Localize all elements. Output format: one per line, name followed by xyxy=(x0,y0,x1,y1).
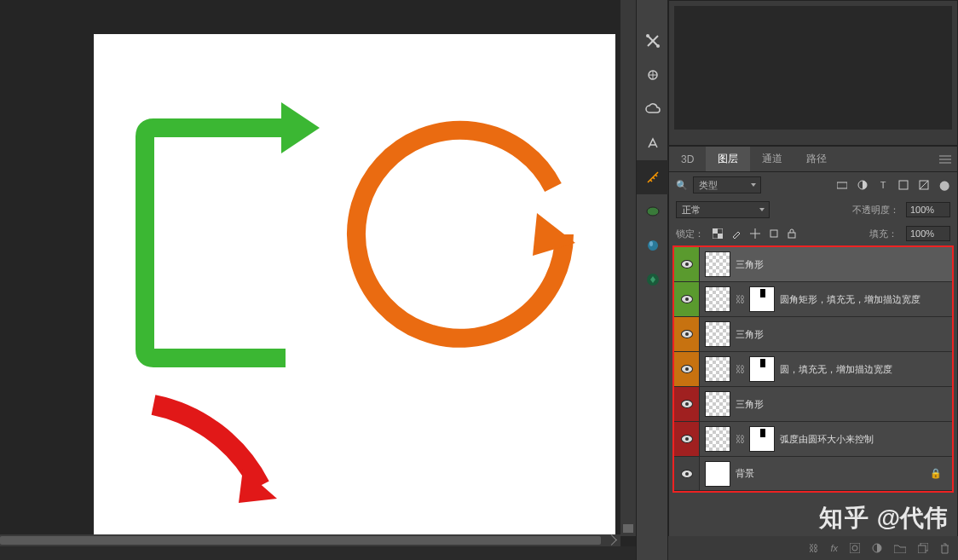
tab-layers[interactable]: 图层 xyxy=(706,147,750,171)
layers-footer: ⛓ fx xyxy=(668,536,958,560)
filter-smart-icon[interactable] xyxy=(918,179,930,191)
trash-icon[interactable] xyxy=(940,543,949,554)
layer-row[interactable]: ⛓ 圆，填充无，增加描边宽度 xyxy=(674,352,952,387)
layer-name[interactable]: 三角形 xyxy=(736,398,764,411)
lock-label: 锁定： xyxy=(676,228,704,240)
blend-row: 正常 不透明度： 100% xyxy=(669,198,957,222)
fill-input[interactable]: 100% xyxy=(906,226,950,241)
upper-panel xyxy=(668,0,958,146)
cloud-icon[interactable] xyxy=(637,92,669,126)
horizontal-scrollbar[interactable] xyxy=(0,534,620,546)
layer-thumbnail[interactable] xyxy=(705,426,730,452)
filter-shape-icon[interactable] xyxy=(897,179,909,191)
link-layers-icon[interactable]: ⛓ xyxy=(809,543,818,553)
svg-point-5 xyxy=(656,44,660,48)
tab-paths[interactable]: 路径 xyxy=(794,147,839,171)
lock-move-icon[interactable] xyxy=(750,228,760,239)
layer-name[interactable]: 三角形 xyxy=(736,258,764,271)
layer-thumbnail[interactable] xyxy=(705,461,730,487)
tab-channels[interactable]: 通道 xyxy=(750,147,794,171)
lock-artboard-icon[interactable] xyxy=(769,228,779,239)
layer-name[interactable]: 圆角矩形，填充无，增加描边宽度 xyxy=(780,293,920,306)
disc-icon[interactable] xyxy=(637,194,669,228)
fill-label: 填充： xyxy=(869,228,897,240)
visibility-toggle[interactable] xyxy=(674,422,700,456)
eye-icon xyxy=(681,400,693,408)
vertical-scrollbar[interactable] xyxy=(620,0,636,536)
mask-link-icon[interactable]: ⛓ xyxy=(736,433,744,445)
opacity-input[interactable]: 100% xyxy=(906,202,950,217)
document-area xyxy=(0,0,636,546)
layer-thumbnail[interactable] xyxy=(705,321,730,347)
layer-name[interactable]: 背景 xyxy=(736,467,754,480)
canvas[interactable] xyxy=(94,34,615,536)
lock-paint-icon[interactable] xyxy=(731,228,742,239)
mask-link-icon[interactable]: ⛓ xyxy=(736,293,744,305)
svg-rect-20 xyxy=(850,543,860,553)
new-layer-icon[interactable] xyxy=(918,543,928,553)
mask-thumbnail[interactable] xyxy=(749,286,775,312)
lock-transparent-icon[interactable] xyxy=(713,228,723,239)
visibility-toggle[interactable] xyxy=(674,317,700,351)
panel-menu-icon[interactable] xyxy=(933,147,957,171)
opacity-label: 不透明度： xyxy=(852,204,899,216)
layer-name[interactable]: 三角形 xyxy=(736,328,764,341)
mask-icon[interactable] xyxy=(850,543,860,553)
svg-marker-0 xyxy=(281,102,320,153)
layer-name[interactable]: 弧度由圆环大小来控制 xyxy=(780,433,874,446)
tab-3d[interactable]: 3D xyxy=(669,147,706,171)
visibility-toggle[interactable] xyxy=(674,282,700,316)
layer-row[interactable]: 背景 🔒 xyxy=(674,457,952,491)
layer-thumbnail[interactable] xyxy=(705,251,730,277)
visibility-toggle[interactable] xyxy=(674,387,700,421)
eye-icon xyxy=(681,365,693,373)
filter-text-icon[interactable]: T xyxy=(877,179,889,191)
svg-point-9 xyxy=(649,241,653,246)
filter-pixel-icon[interactable] xyxy=(836,179,848,191)
blend-mode-dropdown[interactable]: 正常 xyxy=(676,201,770,218)
svg-rect-19 xyxy=(788,233,795,238)
svg-rect-1 xyxy=(166,349,286,367)
group-icon[interactable] xyxy=(894,544,906,553)
tools-icon[interactable] xyxy=(637,24,669,58)
watermark-site: 知乎 xyxy=(819,502,870,534)
svg-point-8 xyxy=(648,240,658,251)
layers-panel: 3D 图层 通道 路径 🔍 类型 T ⬤ 正常 不透明度： 100% 锁定： xyxy=(668,146,958,560)
scrollbar-thumb[interactable] xyxy=(0,536,601,545)
svg-rect-11 xyxy=(837,182,847,188)
layer-row[interactable]: ⛓ 弧度由圆环大小来控制 xyxy=(674,422,952,457)
mask-link-icon[interactable]: ⛓ xyxy=(736,363,744,375)
visibility-toggle[interactable] xyxy=(674,247,700,281)
layer-row[interactable]: ⛓ 圆角矩形，填充无，增加描边宽度 xyxy=(674,282,952,317)
mask-thumbnail[interactable] xyxy=(749,426,775,452)
eye-icon xyxy=(681,295,693,303)
layers-list: 三角形 ⛓ 圆角矩形，填充无，增加描边宽度 三角形 ⛓ xyxy=(672,245,954,493)
sphere-icon[interactable] xyxy=(637,228,669,263)
canvas-viewport[interactable] xyxy=(0,0,620,536)
eye-icon xyxy=(681,330,693,338)
toolbar-right xyxy=(636,0,668,560)
puppet-icon[interactable] xyxy=(637,58,669,92)
type-icon[interactable] xyxy=(637,126,669,160)
layer-row[interactable]: 三角形 xyxy=(674,317,952,352)
layer-row[interactable]: 三角形 xyxy=(674,247,952,282)
badge-icon[interactable] xyxy=(637,263,669,297)
layer-row[interactable]: 三角形 xyxy=(674,387,952,422)
visibility-toggle[interactable] xyxy=(674,457,700,490)
layer-name[interactable]: 圆，填充无，增加描边宽度 xyxy=(780,363,892,376)
filter-adjust-icon[interactable] xyxy=(857,179,869,191)
layer-thumbnail[interactable] xyxy=(705,286,730,312)
layer-thumbnail[interactable] xyxy=(705,391,730,417)
mask-thumbnail[interactable] xyxy=(749,356,775,382)
ruler-icon[interactable] xyxy=(637,160,669,194)
lock-icon: 🔒 xyxy=(930,468,942,479)
filter-toggle-icon[interactable]: ⬤ xyxy=(938,179,950,191)
svg-rect-18 xyxy=(770,230,777,237)
filter-type-dropdown[interactable]: 类型 xyxy=(693,176,761,193)
eye-icon xyxy=(681,260,693,268)
visibility-toggle[interactable] xyxy=(674,352,700,386)
layer-thumbnail[interactable] xyxy=(705,356,730,382)
lock-all-icon[interactable] xyxy=(788,228,796,239)
fx-icon[interactable]: fx xyxy=(830,543,838,553)
adjustment-icon[interactable] xyxy=(872,543,882,553)
